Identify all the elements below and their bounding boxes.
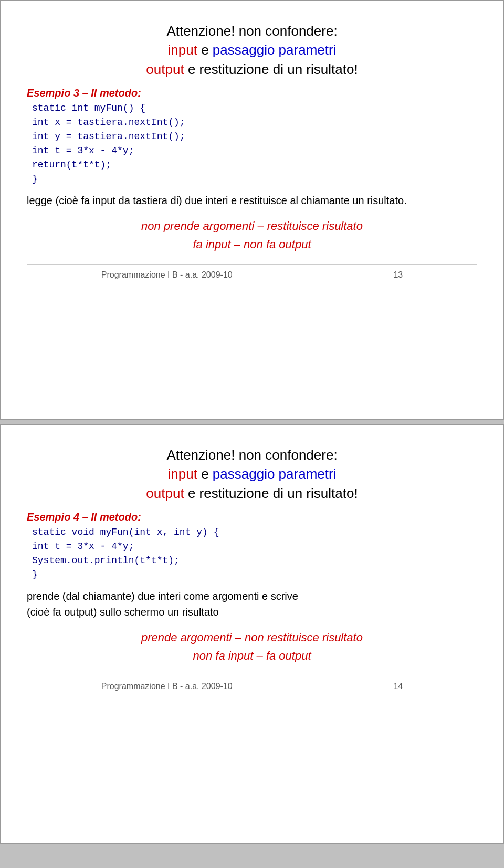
slide-2: Attenzione! non confondere: input e pass… (0, 424, 504, 844)
slide1-code-line5: return(t*t*t); (32, 158, 477, 172)
slide1-summary-line2: fa input – non fa output (27, 235, 477, 253)
slide1-footer: Programmazione I B - a.a. 2009-10 13 (27, 264, 477, 280)
slide2-attention-title: Attenzione! non confondere: input e pass… (27, 446, 477, 503)
slide1-restituzione-text: e restituzione di un risultato! (184, 61, 358, 77)
slide2-summary-line2: non fa input – fa output (27, 647, 477, 665)
slide1-esempio-label: Esempio 3 – Il metodo: (27, 87, 477, 99)
slide1-code-line4: int t = 3*x - 4*y; (32, 144, 477, 158)
slide1-code-line3: int y = tastiera.nextInt(); (32, 130, 477, 144)
slide2-body-text1: prende (dal chiamante) due interi come a… (27, 590, 298, 602)
slide2-code-line1: static void myFun(int x, int y) { (32, 525, 477, 539)
slide1-passaggio-highlight: passaggio parametri (213, 42, 337, 58)
slide1-body-text: legge (cioè fa input da tastiera di) due… (27, 193, 477, 208)
slide2-body-text2: (cioè fa output) sullo schermo un risult… (27, 606, 219, 618)
slide2-summary-line1: prende argomenti – non restituisce risul… (27, 628, 477, 647)
slide2-footer-text: Programmazione I B - a.a. 2009-10 (101, 682, 233, 691)
slide1-attention-title: Attenzione! non confondere: input e pass… (27, 22, 477, 79)
slide-1: Attenzione! non confondere: input e pass… (0, 0, 504, 420)
slide2-footer: Programmazione I B - a.a. 2009-10 14 (27, 676, 477, 691)
slide1-summary-line1: non prende argomenti – restituisce risul… (27, 217, 477, 235)
slide2-passaggio-highlight: passaggio parametri (213, 466, 337, 482)
slide1-page-number: 13 (393, 270, 403, 279)
slide1-output-highlight: output (146, 61, 184, 77)
slide2-esempio-label: Esempio 4 – Il metodo: (27, 511, 477, 523)
slide2-code-line2: int t = 3*x - 4*y; (32, 539, 477, 554)
slide1-e-text: e (197, 42, 213, 58)
slide1-summary: non prende argomenti – restituisce risul… (27, 217, 477, 253)
slide2-summary: prende argomenti – non restituisce risul… (27, 628, 477, 665)
slide2-page-number: 14 (393, 682, 403, 691)
slide2-output-highlight: output (146, 485, 184, 501)
slide2-code-line4: } (32, 568, 477, 582)
slide2-body-text: prende (dal chiamante) due interi come a… (27, 588, 477, 620)
slide2-attenzione-text: Attenzione! non confondere: (166, 447, 337, 463)
slide2-restituzione-text: e restituzione di un risultato! (184, 485, 358, 501)
slide1-footer-text: Programmazione I B - a.a. 2009-10 (101, 270, 233, 279)
slide2-input-highlight: input (168, 466, 197, 482)
slide1-code-line2: int x = tastiera.nextInt(); (32, 115, 477, 130)
slide2-code-line3: System.out.println(t*t*t); (32, 554, 477, 568)
slide1-code-line1: static int myFun() { (32, 101, 477, 115)
slide1-input-highlight: input (168, 42, 197, 58)
slide2-code-block: static void myFun(int x, int y) { int t … (32, 525, 477, 582)
slide1-code-block: static int myFun() { int x = tastiera.ne… (32, 101, 477, 186)
slide1-attenzione-text: Attenzione! non confondere: (166, 23, 337, 39)
slide2-e-text: e (197, 466, 213, 482)
slide1-code-line6: } (32, 172, 477, 186)
